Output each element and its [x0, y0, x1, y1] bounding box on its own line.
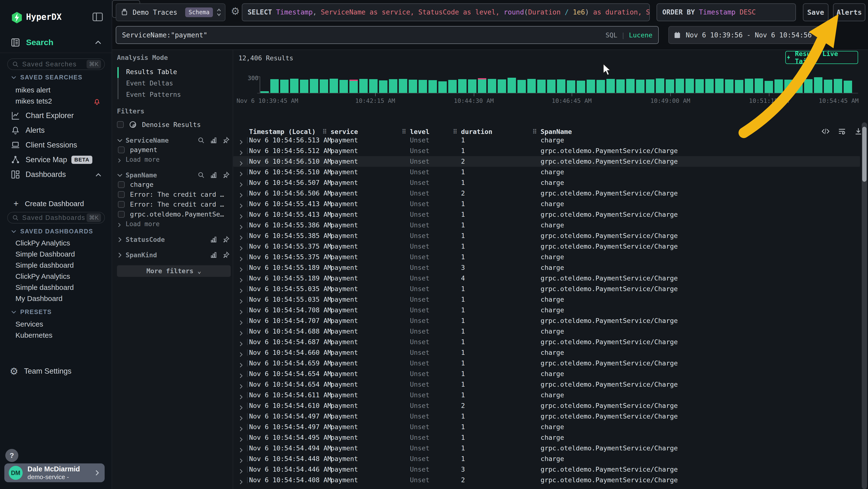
- denoise-results-toggle[interactable]: Denoise Results: [117, 120, 230, 130]
- expand-row-chevron-icon[interactable]: [239, 212, 244, 217]
- table-row[interactable]: Nov 6 10:54:54.660 AMpaymentUnset1charge: [233, 347, 860, 358]
- expand-row-chevron-icon[interactable]: [239, 392, 244, 398]
- expand-row-chevron-icon[interactable]: [239, 382, 244, 387]
- histogram-bar[interactable]: [755, 79, 763, 93]
- expand-row-chevron-icon[interactable]: [239, 328, 244, 334]
- table-row[interactable]: Nov 6 10:54:56.510 AMpaymentUnset1charge: [233, 167, 860, 177]
- sidebar-collapse-icon[interactable]: [92, 12, 103, 22]
- checkbox[interactable]: [118, 211, 125, 218]
- order-by-editor[interactable]: ORDER BY Timestamp DESC: [656, 3, 796, 21]
- histogram-bar[interactable]: [290, 79, 299, 93]
- expand-row-chevron-icon[interactable]: [239, 286, 244, 291]
- expand-row-chevron-icon[interactable]: [239, 276, 244, 281]
- expand-row-chevron-icon[interactable]: [239, 159, 244, 164]
- sidebar-item-team-settings[interactable]: ⚙ Team Settings: [0, 364, 112, 378]
- table-row[interactable]: Nov 6 10:54:54.611 AMpaymentUnset1charge: [233, 390, 860, 400]
- histogram-bar[interactable]: [676, 79, 684, 93]
- table-row[interactable]: Nov 6 10:54:54.495 AMpaymentUnset1charge: [233, 432, 860, 443]
- histogram-bar[interactable]: [834, 79, 842, 93]
- create-dashboard-button[interactable]: + Create Dashboard: [0, 197, 112, 210]
- histogram-bar[interactable]: [705, 79, 714, 93]
- saved-searches-input[interactable]: Saved Searches ⌘K: [7, 58, 105, 70]
- histogram-bar[interactable]: [844, 81, 852, 93]
- facet-actions[interactable]: [197, 171, 230, 179]
- load-more-button[interactable]: Load more: [117, 219, 230, 229]
- expand-row-chevron-icon[interactable]: [239, 148, 244, 153]
- expand-row-chevron-icon[interactable]: [239, 424, 244, 429]
- facet-option[interactable]: payment: [118, 145, 230, 155]
- histogram-bar[interactable]: [695, 79, 704, 93]
- table-row[interactable]: Nov 6 10:54:54.446 AMpaymentUnset3grpc.o…: [233, 464, 860, 475]
- help-button[interactable]: ?: [5, 449, 18, 462]
- histogram-bar[interactable]: [636, 80, 645, 93]
- table-row[interactable]: Nov 6 10:54:54.448 AMpaymentUnset1charge: [233, 454, 860, 464]
- saved-dashboards-header[interactable]: SAVED DASHBOARDS: [11, 228, 93, 235]
- histogram-bar[interactable]: [804, 79, 812, 93]
- table-row[interactable]: Nov 6 10:54:56.512 AMpaymentUnset1grpc.o…: [233, 146, 860, 156]
- expand-row-chevron-icon[interactable]: [239, 201, 244, 206]
- histogram-bar[interactable]: [429, 80, 437, 93]
- source-settings-gear-icon[interactable]: ⚙: [231, 5, 240, 17]
- sidebar-item-alerts[interactable]: Alerts: [0, 123, 112, 138]
- chevron-up-icon[interactable]: [95, 39, 101, 46]
- expand-row-chevron-icon[interactable]: [239, 191, 244, 196]
- histogram-bar[interactable]: [577, 81, 585, 93]
- analysis-mode-event-deltas[interactable]: Event Deltas: [117, 78, 230, 89]
- table-row[interactable]: Nov 6 10:54:54.654 AMpaymentUnset1charge: [233, 369, 860, 379]
- histogram-bar[interactable]: [498, 79, 506, 93]
- table-row[interactable]: Nov 6 10:54:54.707 AMpaymentUnset1grpc.o…: [233, 315, 860, 326]
- saved-dashboard-item[interactable]: ClickPy Analytics: [0, 271, 112, 282]
- preset-item[interactable]: Kubernetes: [0, 330, 112, 341]
- facet-header[interactable]: SpanKind: [117, 250, 230, 259]
- expand-row-chevron-icon[interactable]: [239, 137, 244, 143]
- histogram-bar[interactable]: [507, 78, 516, 93]
- table-row[interactable]: Nov 6 10:54:54.497 AMpaymentUnset1charge: [233, 422, 860, 432]
- histogram-bar[interactable]: [399, 79, 407, 93]
- saved-dashboard-item[interactable]: Simple Dashboard: [0, 249, 112, 260]
- expand-row-chevron-icon[interactable]: [239, 265, 244, 270]
- select-clause-editor[interactable]: SELECT Timestamp, ServiceName as service…: [242, 3, 650, 21]
- saved-dashboard-item[interactable]: Simple dashboard: [0, 260, 112, 271]
- table-row[interactable]: Nov 6 10:54:55.413 AMpaymentUnset1grpc.o…: [233, 209, 860, 220]
- load-more-button[interactable]: Load more: [117, 155, 230, 164]
- checkbox[interactable]: [118, 191, 125, 198]
- histogram-bar[interactable]: [478, 78, 486, 93]
- histogram-bar[interactable]: [596, 80, 605, 93]
- lucene-toggle[interactable]: Lucene: [629, 31, 652, 39]
- table-row[interactable]: Nov 6 10:54:55.385 AMpaymentUnset1grpc.o…: [233, 230, 860, 241]
- table-row[interactable]: Nov 6 10:54:54.708 AMpaymentUnset1charge: [233, 305, 860, 315]
- expand-row-chevron-icon[interactable]: [239, 243, 244, 249]
- facet-actions[interactable]: [210, 236, 230, 243]
- expand-row-chevron-icon[interactable]: [239, 180, 244, 185]
- histogram-bar[interactable]: [626, 79, 634, 93]
- histogram-bar[interactable]: [349, 80, 358, 93]
- histogram-bar[interactable]: [794, 78, 803, 93]
- table-row[interactable]: Nov 6 10:54:56.513 AMpaymentUnset1charge: [233, 135, 860, 146]
- table-row[interactable]: Nov 6 10:54:55.189 AMpaymentUnset4grpc.o…: [233, 273, 860, 284]
- saved-dashboards-input[interactable]: Saved Dashboards ⌘K: [7, 212, 105, 224]
- results-histogram[interactable]: [260, 76, 858, 93]
- table-row[interactable]: Nov 6 10:54:55.189 AMpaymentUnset3charge: [233, 262, 860, 273]
- histogram-bar[interactable]: [468, 79, 476, 93]
- facet-option[interactable]: Error: The credit card …: [118, 190, 230, 199]
- table-row[interactable]: Nov 6 10:54:54.688 AMpaymentUnset1charge: [233, 326, 860, 337]
- histogram-bar[interactable]: [824, 80, 832, 93]
- histogram-bar[interactable]: [527, 79, 536, 93]
- sidebar-item-client-sessions[interactable]: Client Sessions: [0, 138, 112, 152]
- histogram-bar[interactable]: [587, 80, 595, 93]
- saved-search-item[interactable]: mikes alert: [0, 84, 112, 95]
- facet-header[interactable]: SpanName: [117, 170, 230, 179]
- expand-row-chevron-icon[interactable]: [239, 254, 244, 259]
- date-range-picker[interactable]: Nov 6 10:39:56 - Nov 6 10:54:56: [669, 26, 829, 44]
- histogram-bar[interactable]: [646, 79, 654, 93]
- table-row[interactable]: Nov 6 10:54:54.408 AMpaymentUnset2grpc.o…: [233, 475, 860, 485]
- histogram-bar[interactable]: [260, 91, 269, 93]
- histogram-bar[interactable]: [715, 79, 723, 93]
- source-select[interactable]: Demo Traces Schema: [116, 3, 225, 21]
- expand-row-chevron-icon[interactable]: [239, 169, 244, 174]
- histogram-bar[interactable]: [616, 79, 625, 93]
- facet-actions[interactable]: [210, 251, 230, 259]
- table-row[interactable]: Nov 6 10:54:54.494 AMpaymentUnset1grpc.o…: [233, 443, 860, 454]
- histogram-bar[interactable]: [745, 79, 753, 93]
- histogram-bar[interactable]: [774, 79, 783, 93]
